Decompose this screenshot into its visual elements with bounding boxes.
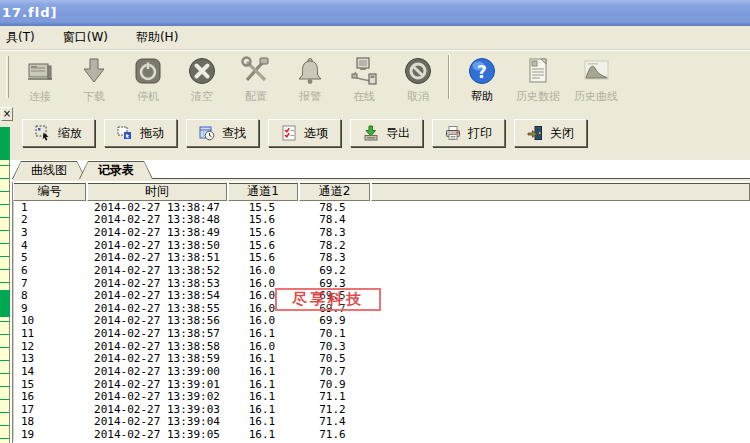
- button-label: 打印: [468, 125, 492, 142]
- pan-button[interactable]: 拖动: [104, 119, 177, 147]
- table-cell: 70.7: [297, 365, 368, 378]
- tab-curve-chart[interactable]: 曲线图: [12, 161, 86, 179]
- table-cell: 78.3: [297, 251, 368, 264]
- toolbar-close-button[interactable]: ×: [1, 107, 13, 121]
- table-row[interactable]: 92014-02-27 13:38:5516.069.7: [14, 302, 750, 315]
- toolbar-button-label: 在线: [353, 89, 375, 104]
- table-row[interactable]: 62014-02-27 13:38:5216.069.2: [14, 264, 750, 277]
- options-button[interactable]: 选项: [268, 119, 341, 147]
- column-header-5[interactable]: [371, 182, 750, 201]
- table-row[interactable]: 102014-02-27 13:38:5616.069.9: [14, 315, 750, 328]
- table-row[interactable]: 42014-02-27 13:38:5015.678.2: [14, 239, 750, 252]
- table-cell: 2014-02-27 13:39:01: [87, 378, 227, 391]
- table-cell: 12: [14, 340, 87, 353]
- table-cell: 70.9: [297, 378, 368, 391]
- toolbar-separator: [448, 55, 450, 99]
- table-cell: 71.4: [297, 415, 368, 428]
- record-table: 编号时间通道1通道2 12014-02-27 13:38:4715.578.52…: [12, 182, 750, 443]
- tab-label: 记录表: [80, 162, 152, 179]
- table-row[interactable]: 72014-02-27 13:38:5316.069.3: [14, 277, 750, 290]
- table-cell: 16.1: [227, 365, 297, 378]
- history-data-icon: [521, 54, 555, 88]
- table-cell: 2014-02-27 13:38:57: [87, 327, 227, 340]
- menu-item-help[interactable]: 帮助(H): [132, 27, 182, 48]
- view-tabs: 曲线图记录表: [12, 161, 153, 179]
- table-cell: 2014-02-27 13:39:02: [87, 390, 227, 403]
- table-cell: 71.2: [297, 403, 368, 416]
- table-row[interactable]: 22014-02-27 13:38:4815.678.4: [14, 214, 750, 227]
- table-row[interactable]: 162014-02-27 13:39:0216.171.1: [14, 390, 750, 403]
- table-row[interactable]: 132014-02-27 13:38:5916.170.5: [14, 353, 750, 366]
- table-row[interactable]: 172014-02-27 13:39:0316.171.2: [14, 403, 750, 416]
- export-icon: [363, 125, 379, 141]
- toolbar-button-label: 取消: [407, 89, 429, 104]
- toolbar-button-label: 报警: [299, 89, 321, 104]
- toolbar-button-connect[interactable]: 连接: [13, 51, 67, 104]
- find-button[interactable]: 查找: [186, 119, 259, 147]
- table-cell: 15.5: [227, 201, 297, 214]
- table-cell: 2014-02-27 13:38:47: [87, 201, 227, 214]
- toolbar-button-download[interactable]: 下载: [67, 51, 121, 104]
- table-row[interactable]: 112014-02-27 13:38:5716.170.1: [14, 327, 750, 340]
- history-curve-icon: [579, 54, 613, 88]
- toolbar-button-history-curve[interactable]: 历史曲线: [567, 51, 625, 104]
- table-row[interactable]: 122014-02-27 13:38:5816.070.3: [14, 340, 750, 353]
- table-row[interactable]: 192014-02-27 13:39:0516.171.6: [14, 428, 750, 441]
- column-header-4[interactable]: 通道2: [299, 182, 370, 201]
- table-row[interactable]: 142014-02-27 13:39:0016.170.7: [14, 365, 750, 378]
- svg-text:?: ?: [477, 62, 487, 82]
- toolbar-button-online[interactable]: 在线: [337, 51, 391, 104]
- toolbar-button-stop-machine[interactable]: 停机: [121, 51, 175, 104]
- toolbar-button-help[interactable]: ?帮助: [455, 51, 509, 104]
- table-cell: 16.1: [227, 403, 297, 416]
- toolbar-button-label: 历史数据: [516, 89, 560, 104]
- power-icon: [131, 54, 165, 88]
- window-title: 17.fld]: [2, 5, 57, 20]
- menu-item-tools[interactable]: 具(T): [2, 27, 39, 48]
- zoom-button[interactable]: 缩放: [22, 119, 95, 147]
- button-label: 关闭: [550, 125, 574, 142]
- table-row[interactable]: 32014-02-27 13:38:4915.678.3: [14, 226, 750, 239]
- secondary-toolbar-buttons: 缩放拖动查找选项导出打印关闭: [22, 119, 587, 147]
- table-row[interactable]: 52014-02-27 13:38:5115.678.3: [14, 252, 750, 265]
- column-header-3[interactable]: 通道1: [228, 182, 298, 201]
- toolbar-button-clear[interactable]: 清空: [175, 51, 229, 104]
- export-button[interactable]: 导出: [350, 119, 423, 147]
- print-button[interactable]: 打印: [432, 119, 505, 147]
- table-cell: 16.0: [227, 264, 297, 277]
- secondary-toolbar: × 缩放拖动查找选项导出打印关闭: [0, 105, 750, 160]
- strip-green-block: [0, 127, 10, 160]
- toolbar-button-history-data[interactable]: 历史数据: [509, 51, 567, 104]
- table-cell: 70.1: [297, 327, 368, 340]
- toolbar-button-configure[interactable]: 配置: [229, 51, 283, 104]
- table-cell: 10: [14, 314, 87, 327]
- toolbar-button-label: 配置: [245, 89, 267, 104]
- table-cell: 78.5: [297, 201, 368, 214]
- toolbar-button-label: 下载: [83, 89, 105, 104]
- table-cell: 2014-02-27 13:38:54: [87, 289, 227, 302]
- table-cell: 16.0: [227, 314, 297, 327]
- toolbar-button-cancel[interactable]: 取消: [391, 51, 445, 104]
- column-header-2[interactable]: 时间: [87, 182, 227, 201]
- watermark-badge: 尽享科技: [275, 288, 381, 311]
- tab-record-table[interactable]: 记录表: [79, 161, 153, 179]
- table-body: 12014-02-27 13:38:4715.578.522014-02-27 …: [13, 201, 750, 441]
- table-cell: 2014-02-27 13:38:48: [87, 213, 227, 226]
- table-cell: 16.1: [227, 327, 297, 340]
- toolbar-button-alarm[interactable]: 报警: [283, 51, 337, 104]
- toolbar-grip[interactable]: [6, 56, 9, 98]
- menu-item-window[interactable]: 窗口(W): [59, 27, 112, 48]
- close-button[interactable]: 关闭: [514, 119, 587, 147]
- table-row[interactable]: 12014-02-27 13:38:4715.578.5: [14, 201, 750, 214]
- table-cell: 2014-02-27 13:38:53: [87, 277, 227, 290]
- column-header-1[interactable]: 编号: [13, 182, 86, 201]
- table-row[interactable]: 152014-02-27 13:39:0116.170.9: [14, 378, 750, 391]
- table-cell: 7: [14, 277, 87, 290]
- table-row[interactable]: 82014-02-27 13:38:5416.069.5: [14, 289, 750, 302]
- table-cell: 16: [14, 390, 87, 403]
- table-cell: 2014-02-27 13:38:55: [87, 302, 227, 315]
- table-row[interactable]: 182014-02-27 13:39:0416.171.4: [14, 416, 750, 429]
- table-cell: 1: [14, 201, 87, 214]
- online-devices-icon: [347, 54, 381, 88]
- table-cell: 2014-02-27 13:38:49: [87, 226, 227, 239]
